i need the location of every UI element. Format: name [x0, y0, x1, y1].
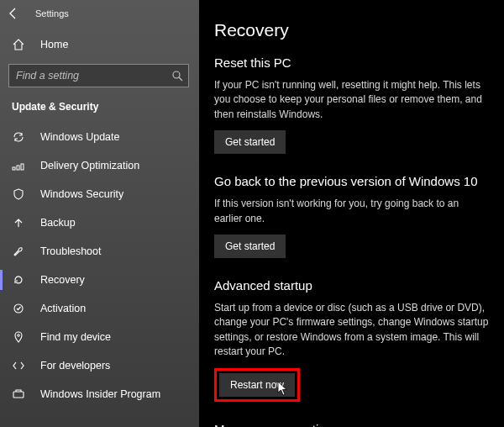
- search-icon: [171, 70, 183, 82]
- activation-icon: [12, 302, 25, 315]
- sidebar-item-delivery-optimization[interactable]: Delivery Optimization: [0, 151, 199, 180]
- settings-sidebar: Settings Home Update & Security Windo: [0, 0, 199, 427]
- more-recovery-heading: More recovery options: [214, 422, 489, 427]
- search-input[interactable]: [8, 64, 189, 87]
- nav-label: Troubleshoot: [40, 245, 102, 257]
- goback-heading: Go back to the previous version of Windo…: [214, 174, 489, 188]
- sidebar-item-windows-update[interactable]: Windows Update: [0, 123, 199, 151]
- sidebar-item-recovery[interactable]: Recovery: [0, 266, 199, 294]
- nav-label: Windows Insider Program: [40, 388, 160, 400]
- reset-description: If your PC isn't running well, resetting…: [214, 78, 489, 122]
- nav-label: Windows Update: [40, 131, 120, 143]
- sidebar-item-find-my-device[interactable]: Find my device: [0, 323, 199, 351]
- goback-description: If this version isn't working for you, t…: [214, 197, 489, 226]
- sidebar-item-troubleshoot[interactable]: Troubleshoot: [0, 237, 199, 266]
- home-label: Home: [40, 39, 68, 50]
- svg-rect-7: [13, 392, 24, 398]
- svg-rect-3: [17, 166, 19, 170]
- nav-label: For developers: [40, 360, 110, 372]
- advanced-heading: Advanced startup: [214, 278, 489, 293]
- section-advanced-startup: Advanced startup Start up from a device …: [214, 278, 489, 402]
- titlebar: Settings: [0, 0, 199, 27]
- nav-label: Find my device: [40, 331, 111, 343]
- sidebar-item-insider-program[interactable]: Windows Insider Program: [0, 380, 199, 409]
- nav-label: Delivery Optimization: [40, 160, 139, 171]
- svg-point-0: [173, 71, 180, 78]
- shield-icon: [12, 187, 25, 201]
- section-reset-pc: Reset this PC If your PC isn't running w…: [214, 55, 489, 154]
- backup-icon: [12, 216, 25, 229]
- window-title: Settings: [35, 8, 69, 18]
- sidebar-item-backup[interactable]: Backup: [0, 208, 199, 237]
- sync-icon: [12, 130, 25, 144]
- svg-point-6: [18, 335, 20, 337]
- nav-label: Windows Security: [40, 188, 123, 200]
- restart-now-button[interactable]: Restart now: [219, 373, 295, 397]
- svg-line-1: [179, 77, 182, 81]
- sidebar-item-windows-security[interactable]: Windows Security: [0, 180, 199, 208]
- insider-icon: [12, 387, 25, 401]
- location-icon: [12, 330, 25, 344]
- section-go-back: Go back to the previous version of Windo…: [214, 174, 489, 258]
- sidebar-section-title: Update & Security: [0, 91, 199, 121]
- annotation-highlight: Restart now: [214, 368, 300, 402]
- sidebar-item-home[interactable]: Home: [0, 30, 199, 59]
- search-field[interactable]: [16, 70, 171, 82]
- search-wrap: [0, 59, 199, 91]
- sidebar-item-activation[interactable]: Activation: [0, 294, 199, 323]
- reset-get-started-button[interactable]: Get started: [214, 130, 286, 154]
- home-icon: [12, 38, 25, 51]
- section-more-recovery: More recovery options: [214, 422, 489, 427]
- reset-heading: Reset this PC: [214, 55, 489, 70]
- advanced-description: Start up from a device or disc (such as …: [214, 301, 489, 360]
- nav-label: Activation: [40, 303, 86, 314]
- wrench-icon: [12, 245, 25, 258]
- recovery-icon: [12, 273, 25, 287]
- svg-rect-4: [21, 164, 24, 170]
- sidebar-nav: Windows Update Delivery Optimization Win…: [0, 123, 199, 409]
- delivery-icon: [12, 159, 25, 172]
- sidebar-item-for-developers[interactable]: For developers: [0, 351, 199, 380]
- main-content: Recovery Reset this PC If your PC isn't …: [199, 0, 504, 427]
- svg-rect-2: [13, 167, 15, 170]
- developers-icon: [12, 359, 25, 372]
- nav-label: Backup: [40, 217, 76, 229]
- page-title: Recovery: [214, 20, 489, 40]
- goback-get-started-button[interactable]: Get started: [214, 235, 286, 258]
- back-icon[interactable]: [7, 7, 20, 20]
- nav-label: Recovery: [40, 274, 85, 286]
